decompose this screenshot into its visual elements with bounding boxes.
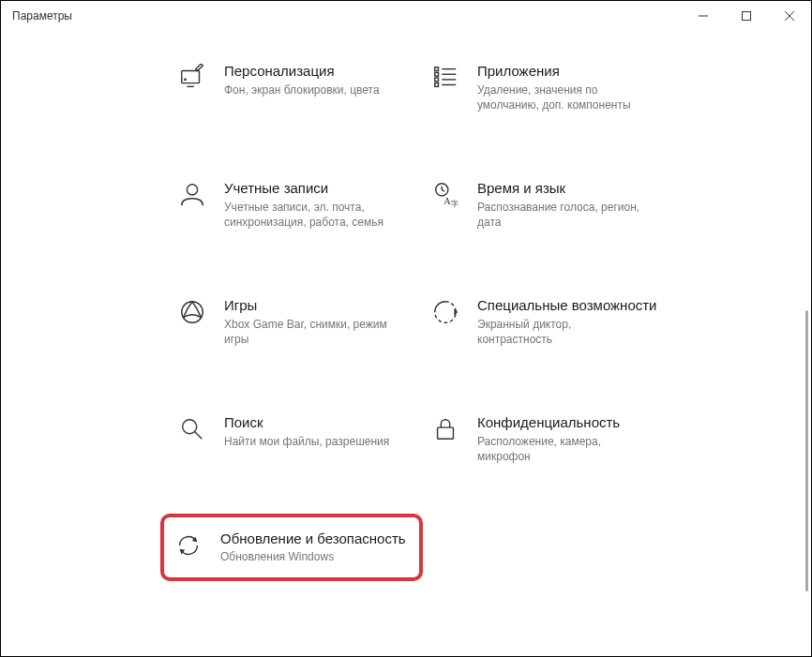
svg-line-24	[195, 432, 203, 440]
tile-desc: Удаление, значения по умолчанию, доп. ко…	[477, 82, 646, 112]
tile-title: Персонализация	[224, 63, 380, 81]
accounts-icon	[177, 180, 207, 210]
tile-search[interactable]: Поиск Найти мои файлы, разрешения	[170, 409, 414, 470]
tile-desc: Фон, экран блокировки, цвета	[224, 82, 380, 97]
svg-rect-4	[182, 71, 200, 83]
svg-rect-25	[438, 428, 454, 440]
privacy-icon	[430, 414, 460, 444]
tile-title: Обновление и безопасность	[220, 530, 406, 548]
tile-privacy[interactable]: Конфиденциальность Расположение, камера,…	[423, 409, 667, 470]
window-controls	[682, 1, 811, 31]
svg-rect-1	[743, 12, 751, 21]
tile-desc: Распознавание голоса, регион, дата	[477, 200, 646, 230]
tile-title: Поиск	[224, 414, 389, 432]
accessibility-icon	[430, 297, 460, 327]
tile-title: Конфиденциальность	[477, 414, 646, 432]
vertical-scrollbar[interactable]	[805, 310, 808, 591]
tile-apps[interactable]: Приложения Удаление, значения по умолчан…	[423, 57, 667, 118]
tile-gaming[interactable]: Игры Xbox Game Bar, снимки, режим игры	[170, 291, 414, 352]
minimize-button[interactable]	[682, 1, 725, 31]
tile-title: Игры	[224, 297, 393, 315]
tile-desc: Xbox Game Bar, снимки, режим игры	[224, 317, 393, 347]
titlebar: Параметры	[1, 1, 811, 31]
tile-desc: Расположение, камера, микрофон	[477, 434, 646, 464]
svg-line-18	[442, 190, 444, 192]
tile-title: Учетные записи	[224, 180, 393, 198]
tile-title: Приложения	[477, 63, 646, 81]
close-button[interactable]	[768, 1, 811, 31]
svg-point-21	[182, 302, 203, 323]
tile-time-language[interactable]: A 字 Время и язык Распознавание голоса, р…	[423, 174, 667, 235]
svg-point-6	[184, 78, 187, 81]
tile-personalization[interactable]: Персонализация Фон, экран блокировки, цв…	[170, 57, 414, 118]
personalization-icon	[177, 63, 207, 93]
gaming-icon	[177, 297, 207, 327]
apps-icon	[430, 63, 460, 93]
maximize-button[interactable]	[725, 1, 768, 31]
tile-desc: Экранный диктор, контрастность	[477, 317, 646, 347]
svg-rect-14	[435, 83, 439, 87]
svg-rect-13	[435, 78, 439, 82]
svg-point-23	[183, 420, 197, 434]
svg-rect-11	[435, 67, 439, 71]
settings-content: Персонализация Фон, экран блокировки, цв…	[1, 31, 811, 568]
window-title: Параметры	[12, 9, 682, 22]
update-icon	[173, 530, 203, 560]
tile-desc: Обновления Windows	[220, 549, 389, 564]
tile-title: Время и язык	[477, 180, 646, 198]
tile-accounts[interactable]: Учетные записи Учетные записи, эл. почта…	[170, 174, 414, 235]
tile-desc: Учетные записи, эл. почта, синхронизация…	[224, 200, 393, 230]
svg-text:字: 字	[451, 199, 459, 208]
tile-accessibility[interactable]: Специальные возможности Экранный диктор,…	[423, 291, 667, 352]
svg-rect-12	[435, 72, 439, 76]
tile-title: Специальные возможности	[477, 297, 657, 315]
search-icon	[177, 414, 207, 444]
tile-update-security[interactable]: Обновление и безопасность Обновления Win…	[160, 514, 423, 582]
time-language-icon: A 字	[430, 180, 460, 210]
settings-grid: Персонализация Фон, экран блокировки, цв…	[170, 57, 811, 568]
svg-point-15	[187, 185, 197, 195]
tile-desc: Найти мои файлы, разрешения	[224, 434, 389, 449]
